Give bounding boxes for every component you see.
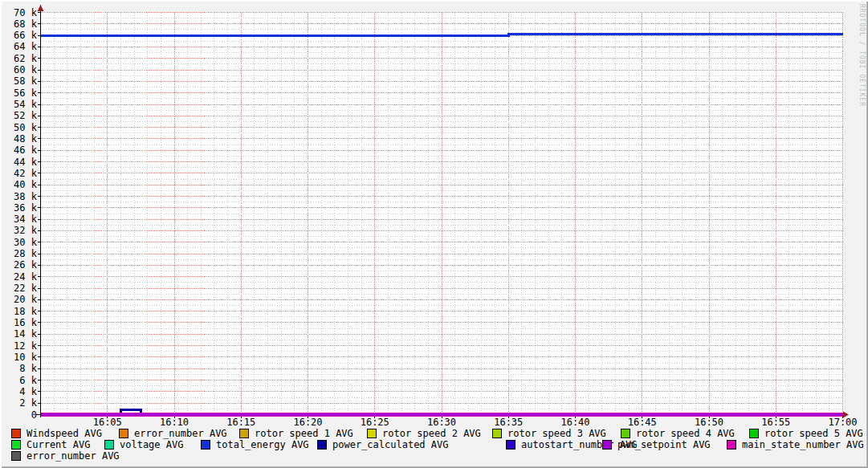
legend-swatch-icon — [621, 429, 630, 438]
legend-label: Current AVG — [26, 439, 90, 450]
y-tick-label: 56 k — [2, 87, 37, 99]
y-tick-label: 10 k — [2, 352, 37, 363]
legend-label: total_energy AVG — [216, 439, 309, 450]
y-axis-arrow-icon — [38, 5, 44, 11]
legend-label: error_number AVG — [26, 450, 120, 462]
legend-swatch-icon — [492, 429, 502, 438]
legend-row: Current AVGvoltage AVGtotal_energy AVGpo… — [0, 439, 868, 450]
y-tick-label: 38 k — [2, 191, 37, 202]
y-tick-label: 22 k — [2, 283, 37, 294]
y-tick-label: 32 k — [2, 225, 37, 236]
legend-label: pwm_setpoint AVG — [617, 439, 711, 450]
legend-swatch-icon — [104, 440, 114, 450]
y-tick-label: 26 k — [2, 259, 37, 271]
y-tick-label: 12 k — [2, 340, 37, 352]
legend-label: rotor speed 2 AVG — [382, 428, 481, 439]
legend-swatch-icon — [201, 440, 210, 450]
y-tick-label: 42 k — [2, 168, 37, 179]
y-tick-label: 46 k — [2, 144, 37, 156]
y-tick-label: 54 k — [2, 99, 37, 110]
legend-item: error_number AVG — [11, 450, 120, 462]
x-tick-label: 16:10 — [152, 417, 197, 428]
y-tick-label: 62 k — [2, 53, 37, 64]
legend-label: power_calculated AVG — [332, 439, 449, 450]
legend-item: power_calculated AVG — [317, 439, 449, 450]
rrdtool-graph: 02 k4 k6 k8 k10 k12 k14 k16 k18 k20 k22 … — [0, 0, 868, 468]
x-tick-label: 16:50 — [687, 417, 731, 428]
y-tick-label: 0 — [2, 409, 37, 421]
legend-item: total_energy AVG — [201, 439, 309, 450]
x-tick-label: 16:05 — [85, 417, 130, 428]
y-tick-label: 40 k — [2, 179, 37, 190]
x-tick-label: 16:20 — [286, 417, 331, 428]
y-tick-label: 60 k — [2, 64, 37, 75]
legend-item: main_state_number AVG — [727, 439, 864, 450]
legend-label: error_number AVG — [134, 428, 227, 439]
y-tick-label: 20 k — [2, 294, 37, 305]
legend-item: rotor speed 5 AVG — [749, 428, 863, 439]
y-tick-label: 8 k — [2, 363, 37, 374]
y-tick-label: 6 k — [2, 375, 37, 386]
y-tick-label: 70 k — [2, 7, 37, 18]
x-tick-label: 16:35 — [486, 417, 531, 428]
y-tick-label: 18 k — [2, 306, 37, 317]
y-tick-label: 64 k — [2, 41, 37, 52]
y-tick-label: 34 k — [2, 214, 37, 225]
y-tick-label: 50 k — [2, 122, 37, 133]
legend-label: rotor speed 4 AVG — [636, 428, 735, 439]
legend-swatch-icon — [11, 440, 21, 450]
y-tick-label: 16 k — [2, 317, 37, 328]
y-tick-label: 58 k — [2, 75, 37, 87]
legend-swatch-icon — [749, 429, 759, 438]
legend-label: main_state_number AVG — [742, 439, 864, 450]
y-tick-label: 14 k — [2, 328, 37, 340]
x-tick-label: 16:45 — [620, 417, 665, 428]
legend-item: rotor speed 3 AVG — [492, 428, 606, 439]
rrdtool-watermark: RRDTOOL / TOBI OETIKER — [858, 4, 866, 107]
legend-item: rotor speed 1 AVG — [239, 428, 353, 439]
legend-swatch-icon — [506, 440, 516, 450]
x-tick-label: 16:15 — [218, 417, 263, 428]
legend-row: Windspeed AVGerror_number AVGrotor speed… — [0, 428, 868, 439]
y-tick-label: 48 k — [2, 133, 37, 144]
x-tick-label: 16:30 — [419, 417, 464, 428]
legend-label: rotor speed 1 AVG — [255, 428, 353, 439]
y-tick-label: 44 k — [2, 157, 37, 168]
legend-swatch-icon — [367, 429, 377, 438]
legend-item: Current AVG — [11, 439, 90, 450]
legend-swatch-icon — [317, 440, 327, 450]
legend-item: rotor speed 2 AVG — [367, 428, 481, 439]
legend-item: rotor speed 4 AVG — [621, 428, 735, 439]
legend-label: rotor speed 5 AVG — [764, 428, 863, 439]
legend-swatch-icon — [239, 429, 249, 438]
legend-item: Windspeed AVG — [11, 428, 102, 439]
y-tick-label: 2 k — [2, 397, 37, 409]
legend-swatch-icon — [11, 429, 21, 438]
x-tick-label: 17:00 — [821, 417, 866, 428]
y-tick-label: 66 k — [2, 30, 37, 41]
legend-row: error_number AVG — [0, 450, 868, 462]
x-tick-label: 16:25 — [352, 417, 397, 428]
y-tick-label: 4 k — [2, 386, 37, 397]
y-tick-label: 30 k — [2, 237, 37, 248]
legend-swatch-icon — [119, 429, 128, 438]
y-tick-label: 24 k — [2, 271, 37, 283]
legend-swatch-icon — [11, 451, 21, 461]
x-tick-label: 16:55 — [753, 417, 798, 428]
legend-item: voltage AVG — [104, 439, 183, 450]
legend-swatch-icon — [602, 440, 612, 450]
x-tick-label: 16:40 — [553, 417, 598, 428]
legend-swatch-icon — [727, 440, 736, 450]
y-tick-label: 68 k — [2, 18, 37, 30]
chart-canvas — [0, 0, 868, 468]
legend-item: pwm_setpoint AVG — [602, 439, 711, 450]
legend-item: error_number AVG — [119, 428, 227, 439]
legend-label: voltage AVG — [120, 439, 183, 450]
y-tick-label: 36 k — [2, 202, 37, 214]
legend-label: rotor speed 3 AVG — [507, 428, 606, 439]
y-tick-label: 28 k — [2, 248, 37, 259]
y-tick-label: 52 k — [2, 110, 37, 121]
legend-label: Windspeed AVG — [26, 428, 102, 439]
